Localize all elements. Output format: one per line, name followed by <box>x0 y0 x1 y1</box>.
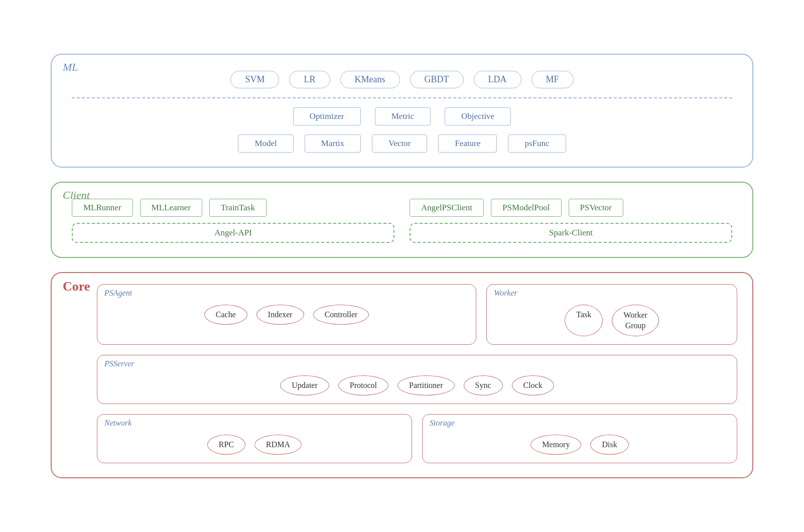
ml-box-optimizer: Optimizer <box>293 107 361 125</box>
client-label: Client <box>63 189 90 202</box>
ml-pill-lda: LDA <box>474 71 521 88</box>
client-box-angelpsclient: AngelPSClient <box>410 199 484 217</box>
client-angel-api: Angel-API <box>72 223 394 243</box>
psagent-cache: Cache <box>204 305 247 325</box>
psserver-section: PSServer Updater Protocol Partitioner Sy… <box>97 355 737 404</box>
ml-bottom-row: Model Martix Vector Feature psFunc <box>72 135 732 153</box>
network-label: Network <box>104 419 131 428</box>
psagent-section: PSAgent Cache Indexer Controller <box>97 284 476 345</box>
psserver-clock: Clock <box>512 375 554 395</box>
worker-task: Task <box>565 305 603 337</box>
psserver-label: PSServer <box>104 359 135 368</box>
worker-section: Worker Task WorkerGroup <box>486 284 737 345</box>
client-spark-client: Spark-Client <box>410 223 732 243</box>
core-label: Core <box>63 279 90 294</box>
client-box-mllearner: MLLearner <box>140 199 202 217</box>
core-top-row: PSAgent Cache Indexer Controller Worker … <box>97 284 737 345</box>
storage-section: Storage Memory Disk <box>422 414 737 463</box>
worker-label: Worker <box>494 289 517 298</box>
client-box-traintask: TrainTask <box>209 199 266 217</box>
client-box-psmodelpool: PSModelPool <box>491 199 561 217</box>
ml-pill-svm: SVM <box>230 71 279 88</box>
ml-pill-lr: LR <box>289 71 330 88</box>
psagent-indexer: Indexer <box>256 305 304 325</box>
client-section: Client MLRunner MLLearner TrainTask Ange… <box>51 182 753 258</box>
client-left-boxes: MLRunner MLLearner TrainTask <box>72 199 394 217</box>
client-left-group: MLRunner MLLearner TrainTask Angel-API <box>72 199 394 243</box>
ml-box-model: Model <box>238 135 293 153</box>
psserver-updater: Updater <box>280 375 329 395</box>
ml-top-row: SVM LR KMeans GBDT LDA MF <box>72 71 732 88</box>
core-section: Core PSAgent Cache Indexer Controller Wo… <box>51 272 753 479</box>
ml-box-vector: Vector <box>372 135 427 153</box>
psserver-partitioner: Partitioner <box>397 375 455 395</box>
ml-pill-gbdt: GBDT <box>410 71 464 88</box>
client-box-psvector: PSVector <box>569 199 623 217</box>
ml-box-objective: Objective <box>445 107 511 125</box>
psserver-sync: Sync <box>464 375 503 395</box>
ml-pill-kmeans: KMeans <box>340 71 400 88</box>
core-bottom-row: Network RPC RDMA Storage Memory Disk <box>97 414 737 463</box>
ml-pill-mf: MF <box>531 71 574 88</box>
psagent-items: Cache Indexer Controller <box>106 305 467 325</box>
ml-label: ML <box>63 61 78 74</box>
storage-label: Storage <box>430 419 455 428</box>
ml-box-psfunc: psFunc <box>508 135 566 153</box>
network-section: Network RPC RDMA <box>97 414 412 463</box>
core-inner: PSAgent Cache Indexer Controller Worker … <box>97 284 737 464</box>
storage-items: Memory Disk <box>432 435 728 455</box>
ml-box-martix: Martix <box>305 135 361 153</box>
psagent-label: PSAgent <box>104 289 132 298</box>
ml-box-feature: Feature <box>438 135 497 153</box>
network-rpc: RPC <box>207 435 245 455</box>
network-items: RPC RDMA <box>106 435 403 455</box>
worker-items: Task WorkerGroup <box>496 305 728 337</box>
psagent-controller: Controller <box>313 305 369 325</box>
ml-section: ML SVM LR KMeans GBDT LDA MF Optimizer M… <box>51 54 753 168</box>
storage-disk: Disk <box>590 435 628 455</box>
client-right-group: AngelPSClient PSModelPool PSVector Spark… <box>410 199 732 243</box>
worker-group: WorkerGroup <box>612 305 659 337</box>
ml-mid-row: Optimizer Metric Objective <box>72 107 732 125</box>
network-rdma: RDMA <box>254 435 302 455</box>
psserver-items: Updater Protocol Partitioner Sync Clock <box>106 375 728 395</box>
ml-divider <box>72 97 732 98</box>
storage-memory: Memory <box>530 435 581 455</box>
client-inner: MLRunner MLLearner TrainTask Angel-API A… <box>72 199 732 243</box>
architecture-diagram: ML SVM LR KMeans GBDT LDA MF Optimizer M… <box>51 54 753 479</box>
ml-box-metric: Metric <box>375 107 431 125</box>
client-right-boxes: AngelPSClient PSModelPool PSVector <box>410 199 732 217</box>
psserver-protocol: Protocol <box>338 375 388 395</box>
